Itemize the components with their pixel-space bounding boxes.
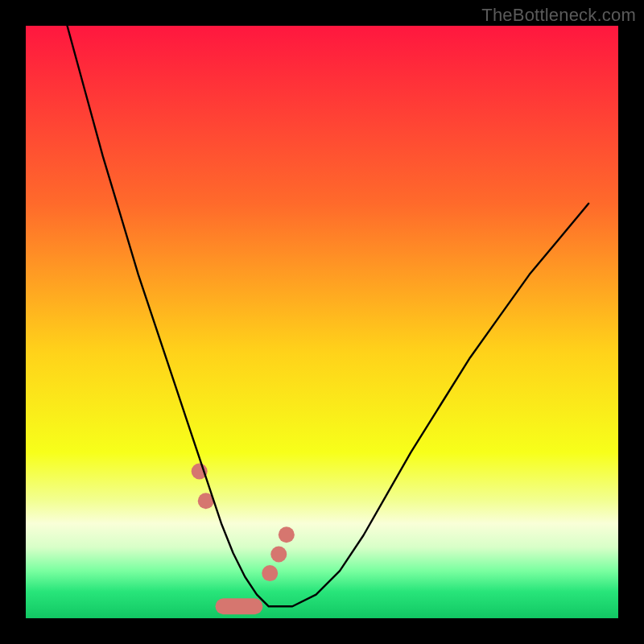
svg-point-5: [270, 547, 287, 563]
svg-rect-0: [26, 26, 618, 618]
watermark-text: TheBottleneck.com: [481, 5, 636, 26]
svg-point-4: [262, 565, 278, 581]
chart-frame: TheBottleneck.com: [0, 0, 644, 644]
chart-svg: [26, 26, 618, 618]
plot-area: [26, 26, 618, 618]
svg-point-6: [279, 526, 295, 543]
svg-rect-1: [216, 598, 263, 614]
